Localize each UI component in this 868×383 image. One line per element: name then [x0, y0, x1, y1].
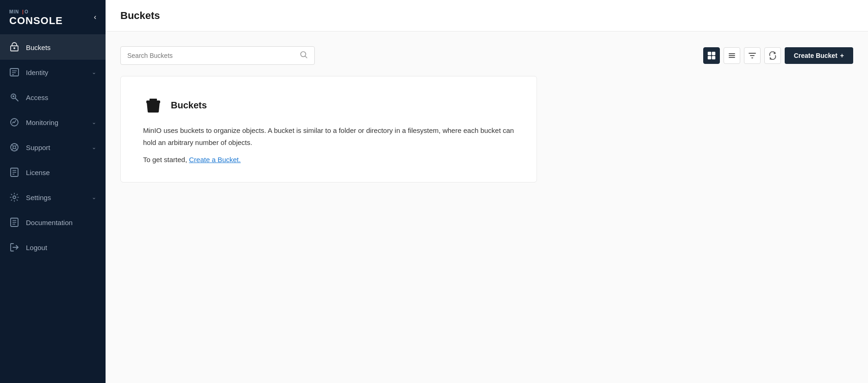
sidebar-item-label-documentation: Documentation: [26, 219, 96, 226]
sidebar-item-label-license: License: [26, 169, 96, 176]
grid-view-button[interactable]: [703, 47, 720, 64]
sidebar-item-license[interactable]: License: [0, 160, 106, 185]
cta-prefix: To get started,: [143, 156, 187, 163]
toolbar: Create Bucket +: [120, 46, 853, 65]
top-bar: Buckets: [106, 0, 868, 31]
settings-icon: [9, 192, 19, 202]
logo: MIN | O CONSOLE: [9, 8, 63, 26]
sidebar-nav: Buckets Identity ⌄: [0, 35, 106, 260]
documentation-icon: [9, 217, 19, 227]
search-box[interactable]: [120, 46, 315, 65]
sidebar-item-documentation[interactable]: Documentation: [0, 210, 106, 235]
bucket-icon: [9, 42, 19, 52]
access-icon: [9, 92, 19, 102]
empty-card-cta: To get started, Create a Bucket.: [143, 156, 514, 163]
identity-icon: [9, 67, 19, 77]
sidebar-item-label-settings: Settings: [26, 194, 85, 201]
svg-rect-25: [708, 52, 711, 55]
chevron-down-icon: ⌄: [92, 69, 96, 75]
search-input[interactable]: [127, 52, 296, 59]
search-icon: [300, 50, 308, 61]
refresh-button[interactable]: [764, 47, 781, 64]
svg-text:MIN: MIN: [9, 9, 19, 14]
create-bucket-label: Create Bucket: [794, 52, 837, 59]
sidebar-item-support[interactable]: Support ⌄: [0, 135, 106, 160]
svg-text:O: O: [25, 9, 29, 14]
filter-button[interactable]: [744, 47, 761, 64]
main-content: Buckets: [106, 0, 868, 383]
empty-card-description: MinIO uses buckets to organize objects. …: [143, 125, 514, 148]
license-icon: [9, 167, 19, 177]
svg-rect-26: [712, 52, 715, 55]
svg-rect-33: [150, 99, 157, 101]
sidebar-item-monitoring[interactable]: Monitoring ⌄: [0, 110, 106, 135]
create-bucket-plus-icon: +: [840, 52, 844, 59]
monitoring-icon: [9, 117, 19, 127]
bucket-large-icon: [143, 95, 163, 115]
toolbar-right: Create Bucket +: [703, 47, 853, 64]
sidebar-item-label-monitoring: Monitoring: [26, 119, 85, 126]
create-bucket-link[interactable]: Create a Bucket.: [189, 156, 241, 163]
empty-card-title: Buckets: [171, 100, 207, 111]
sidebar-item-label-identity: Identity: [26, 69, 85, 76]
page-title: Buckets: [120, 10, 160, 22]
sidebar-item-identity[interactable]: Identity ⌄: [0, 60, 106, 85]
sidebar-collapse-button[interactable]: ‹: [92, 11, 98, 23]
sidebar: MIN | O CONSOLE ‹ Buckets: [0, 0, 106, 383]
sidebar-item-label-access: Access: [26, 94, 96, 101]
sidebar-item-label-buckets: Buckets: [26, 44, 96, 51]
chevron-down-icon: ⌄: [92, 119, 96, 126]
empty-card-header: Buckets: [143, 95, 514, 115]
sidebar-item-settings[interactable]: Settings ⌄: [0, 185, 106, 210]
svg-point-24: [301, 52, 306, 57]
sidebar-item-label-support: Support: [26, 144, 85, 151]
list-view-button[interactable]: [724, 47, 740, 64]
svg-point-10: [12, 95, 14, 97]
chevron-down-icon: ⌄: [92, 144, 96, 151]
sidebar-item-label-logout: Logout: [26, 244, 96, 251]
sidebar-item-access[interactable]: Access: [0, 85, 106, 110]
empty-state-card: Buckets MinIO uses buckets to organize o…: [120, 76, 537, 182]
logout-icon: [9, 242, 19, 252]
svg-point-4: [13, 47, 15, 49]
svg-point-18: [13, 196, 16, 199]
sidebar-logo-area: MIN | O CONSOLE ‹: [0, 0, 106, 35]
svg-point-13: [13, 146, 16, 149]
chevron-down-icon: ⌄: [92, 194, 96, 201]
svg-rect-5: [10, 69, 19, 76]
svg-rect-27: [708, 56, 711, 59]
logo-console: CONSOLE: [9, 16, 63, 26]
content-area: Create Bucket + Buckets MinIO uses buc: [106, 31, 868, 383]
sidebar-item-logout[interactable]: Logout: [0, 235, 106, 260]
create-bucket-button[interactable]: Create Bucket +: [785, 47, 853, 64]
svg-rect-28: [712, 56, 715, 59]
sidebar-item-buckets[interactable]: Buckets: [0, 35, 106, 60]
support-icon: [9, 142, 19, 152]
